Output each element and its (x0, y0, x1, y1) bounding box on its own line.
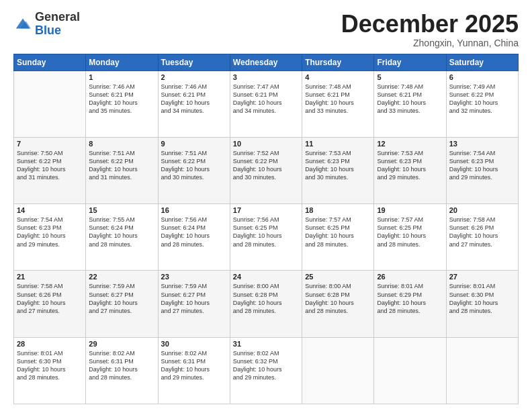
week-row-4: 28Sunrise: 8:01 AM Sunset: 6:30 PM Dayli… (14, 337, 519, 404)
day-cell: 28Sunrise: 8:01 AM Sunset: 6:30 PM Dayli… (14, 337, 86, 404)
day-cell: 11Sunrise: 7:53 AM Sunset: 6:23 PM Dayli… (302, 137, 374, 203)
week-row-0: 1Sunrise: 7:46 AM Sunset: 6:21 PM Daylig… (14, 71, 519, 137)
day-number: 25 (305, 273, 371, 281)
day-detail: Sunrise: 7:50 AM Sunset: 6:22 PM Dayligh… (17, 149, 83, 182)
day-number: 9 (161, 140, 227, 148)
day-cell: 21Sunrise: 7:58 AM Sunset: 6:26 PM Dayli… (14, 271, 86, 337)
day-detail: Sunrise: 8:02 AM Sunset: 6:32 PM Dayligh… (233, 349, 299, 382)
day-number: 3 (233, 73, 299, 81)
day-detail: Sunrise: 7:48 AM Sunset: 6:21 PM Dayligh… (305, 83, 371, 116)
day-cell: 31Sunrise: 8:02 AM Sunset: 6:32 PM Dayli… (230, 337, 302, 404)
day-detail: Sunrise: 7:53 AM Sunset: 6:23 PM Dayligh… (377, 149, 443, 182)
day-of-week-wednesday: Wednesday (230, 54, 302, 71)
day-detail: Sunrise: 7:47 AM Sunset: 6:21 PM Dayligh… (233, 83, 299, 116)
day-number: 16 (161, 206, 227, 214)
day-detail: Sunrise: 7:58 AM Sunset: 6:26 PM Dayligh… (449, 216, 515, 248)
day-cell: 24Sunrise: 8:00 AM Sunset: 6:28 PM Dayli… (230, 271, 302, 337)
day-header-row: SundayMondayTuesdayWednesdayThursdayFrid… (14, 54, 519, 71)
day-cell: 26Sunrise: 8:01 AM Sunset: 6:29 PM Dayli… (374, 271, 446, 337)
day-detail: Sunrise: 7:51 AM Sunset: 6:22 PM Dayligh… (161, 149, 227, 182)
day-detail: Sunrise: 8:01 AM Sunset: 6:29 PM Dayligh… (377, 282, 443, 315)
day-detail: Sunrise: 7:59 AM Sunset: 6:27 PM Dayligh… (89, 282, 154, 315)
day-of-week-thursday: Thursday (302, 54, 374, 71)
day-cell: 19Sunrise: 7:57 AM Sunset: 6:25 PM Dayli… (374, 204, 446, 271)
day-cell: 27Sunrise: 8:01 AM Sunset: 6:30 PM Dayli… (446, 271, 518, 337)
day-detail: Sunrise: 7:57 AM Sunset: 6:25 PM Dayligh… (377, 216, 443, 248)
day-cell: 16Sunrise: 7:56 AM Sunset: 6:24 PM Dayli… (158, 204, 230, 271)
day-number: 14 (17, 206, 83, 214)
day-detail: Sunrise: 7:56 AM Sunset: 6:24 PM Dayligh… (161, 216, 227, 248)
day-detail: Sunrise: 8:01 AM Sunset: 6:30 PM Dayligh… (17, 349, 83, 382)
day-number: 19 (377, 206, 443, 214)
day-cell: 17Sunrise: 7:56 AM Sunset: 6:25 PM Dayli… (230, 204, 302, 271)
day-number: 10 (233, 140, 299, 148)
day-detail: Sunrise: 8:02 AM Sunset: 6:31 PM Dayligh… (161, 349, 227, 382)
day-cell: 8Sunrise: 7:51 AM Sunset: 6:22 PM Daylig… (86, 137, 158, 203)
title-area: December 2025 Zhongxin, Yunnan, China (341, 11, 519, 48)
logo-blue: Blue (35, 24, 80, 38)
day-cell: 3Sunrise: 7:47 AM Sunset: 6:21 PM Daylig… (230, 71, 302, 137)
day-detail: Sunrise: 7:46 AM Sunset: 6:21 PM Dayligh… (89, 83, 154, 116)
day-of-week-saturday: Saturday (446, 54, 518, 71)
day-number: 20 (449, 206, 515, 214)
day-detail: Sunrise: 7:56 AM Sunset: 6:25 PM Dayligh… (233, 216, 299, 248)
day-number: 17 (233, 206, 299, 214)
day-detail: Sunrise: 7:55 AM Sunset: 6:24 PM Dayligh… (89, 216, 154, 248)
day-cell (446, 337, 518, 404)
day-number: 8 (89, 140, 154, 148)
day-number: 2 (161, 73, 227, 81)
day-cell: 22Sunrise: 7:59 AM Sunset: 6:27 PM Dayli… (86, 271, 158, 337)
day-cell: 1Sunrise: 7:46 AM Sunset: 6:21 PM Daylig… (86, 71, 158, 137)
logo-icon (13, 15, 32, 34)
day-detail: Sunrise: 7:57 AM Sunset: 6:25 PM Dayligh… (305, 216, 371, 248)
day-number: 21 (17, 273, 83, 281)
logo-text: General Blue (35, 11, 80, 38)
day-detail: Sunrise: 7:46 AM Sunset: 6:21 PM Dayligh… (161, 83, 227, 116)
day-detail: Sunrise: 7:54 AM Sunset: 6:23 PM Dayligh… (449, 149, 515, 182)
day-number: 23 (161, 273, 227, 281)
day-of-week-friday: Friday (374, 54, 446, 71)
day-cell: 2Sunrise: 7:46 AM Sunset: 6:21 PM Daylig… (158, 71, 230, 137)
day-number: 15 (89, 206, 154, 214)
location: Zhongxin, Yunnan, China (341, 38, 519, 48)
day-detail: Sunrise: 7:58 AM Sunset: 6:26 PM Dayligh… (17, 282, 83, 315)
day-number: 7 (17, 140, 83, 148)
day-detail: Sunrise: 7:51 AM Sunset: 6:22 PM Dayligh… (89, 149, 154, 182)
day-detail: Sunrise: 7:53 AM Sunset: 6:23 PM Dayligh… (305, 149, 371, 182)
day-of-week-monday: Monday (86, 54, 158, 71)
day-cell: 25Sunrise: 8:00 AM Sunset: 6:28 PM Dayli… (302, 271, 374, 337)
month-title: December 2025 (341, 11, 519, 38)
day-number: 30 (161, 340, 227, 348)
day-cell: 18Sunrise: 7:57 AM Sunset: 6:25 PM Dayli… (302, 204, 374, 271)
day-of-week-tuesday: Tuesday (158, 54, 230, 71)
day-cell: 7Sunrise: 7:50 AM Sunset: 6:22 PM Daylig… (14, 137, 86, 203)
day-cell: 15Sunrise: 7:55 AM Sunset: 6:24 PM Dayli… (86, 204, 158, 271)
day-cell: 20Sunrise: 7:58 AM Sunset: 6:26 PM Dayli… (446, 204, 518, 271)
day-cell: 23Sunrise: 7:59 AM Sunset: 6:27 PM Dayli… (158, 271, 230, 337)
day-cell: 13Sunrise: 7:54 AM Sunset: 6:23 PM Dayli… (446, 137, 518, 203)
day-number: 28 (17, 340, 83, 348)
day-cell (14, 71, 86, 137)
day-cell: 12Sunrise: 7:53 AM Sunset: 6:23 PM Dayli… (374, 137, 446, 203)
day-number: 1 (89, 73, 154, 81)
day-cell (374, 337, 446, 404)
day-cell: 14Sunrise: 7:54 AM Sunset: 6:23 PM Dayli… (14, 204, 86, 271)
day-number: 11 (305, 140, 371, 148)
day-detail: Sunrise: 7:54 AM Sunset: 6:23 PM Dayligh… (17, 216, 83, 248)
logo: General Blue (13, 11, 80, 38)
day-detail: Sunrise: 7:52 AM Sunset: 6:22 PM Dayligh… (233, 149, 299, 182)
header: General Blue December 2025 Zhongxin, Yun… (13, 11, 519, 48)
day-number: 18 (305, 206, 371, 214)
week-row-1: 7Sunrise: 7:50 AM Sunset: 6:22 PM Daylig… (14, 137, 519, 203)
week-row-2: 14Sunrise: 7:54 AM Sunset: 6:23 PM Dayli… (14, 204, 519, 271)
day-cell (302, 337, 374, 404)
day-number: 22 (89, 273, 154, 281)
day-detail: Sunrise: 7:59 AM Sunset: 6:27 PM Dayligh… (161, 282, 227, 315)
day-detail: Sunrise: 8:00 AM Sunset: 6:28 PM Dayligh… (233, 282, 299, 315)
day-detail: Sunrise: 7:49 AM Sunset: 6:22 PM Dayligh… (449, 83, 515, 116)
day-number: 31 (233, 340, 299, 348)
day-number: 13 (449, 140, 515, 148)
page: General Blue December 2025 Zhongxin, Yun… (0, 0, 532, 411)
day-detail: Sunrise: 8:01 AM Sunset: 6:30 PM Dayligh… (449, 282, 515, 315)
day-detail: Sunrise: 8:02 AM Sunset: 6:31 PM Dayligh… (89, 349, 154, 382)
